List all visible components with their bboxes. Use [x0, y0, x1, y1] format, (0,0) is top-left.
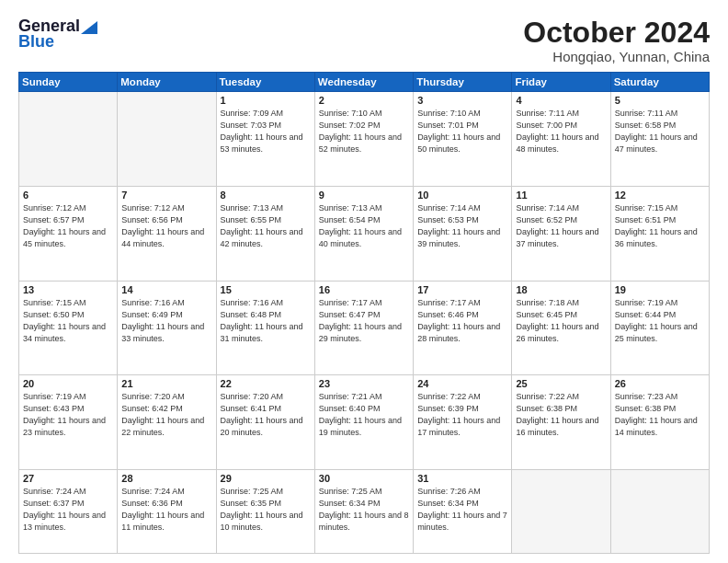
day-number: 22 — [221, 378, 311, 389]
calendar-cell: 24Sunrise: 7:22 AMSunset: 6:39 PMDayligh… — [414, 375, 512, 470]
day-number: 4 — [516, 95, 606, 106]
calendar-cell: 15Sunrise: 7:16 AMSunset: 6:48 PMDayligh… — [216, 281, 314, 375]
day-number: 6 — [23, 190, 113, 201]
header: General Blue October 2024 Hongqiao, Yunn… — [18, 17, 710, 64]
calendar-cell: 25Sunrise: 7:22 AMSunset: 6:38 PMDayligh… — [512, 375, 610, 470]
day-info: Sunrise: 7:17 AMSunset: 6:47 PMDaylight:… — [319, 297, 409, 345]
day-info: Sunrise: 7:13 AMSunset: 6:54 PMDaylight:… — [319, 202, 409, 250]
calendar-cell: 31Sunrise: 7:26 AMSunset: 6:34 PMDayligh… — [414, 469, 512, 553]
day-info: Sunrise: 7:14 AMSunset: 6:53 PMDaylight:… — [417, 202, 507, 250]
calendar-cell — [19, 92, 118, 187]
calendar-cell: 17Sunrise: 7:17 AMSunset: 6:46 PMDayligh… — [414, 281, 512, 375]
calendar-cell: 3Sunrise: 7:10 AMSunset: 7:01 PMDaylight… — [414, 92, 512, 187]
day-info: Sunrise: 7:16 AMSunset: 6:49 PMDaylight:… — [121, 297, 211, 345]
calendar-cell: 29Sunrise: 7:25 AMSunset: 6:35 PMDayligh… — [216, 469, 314, 553]
month-title: October 2024 — [523, 17, 710, 49]
calendar-cell — [512, 469, 610, 553]
day-info: Sunrise: 7:22 AMSunset: 6:38 PMDaylight:… — [516, 391, 606, 439]
day-number: 13 — [23, 284, 113, 295]
calendar-cell: 30Sunrise: 7:25 AMSunset: 6:34 PMDayligh… — [314, 469, 413, 553]
day-number: 14 — [121, 284, 211, 295]
day-info: Sunrise: 7:23 AMSunset: 6:38 PMDaylight:… — [615, 391, 705, 439]
calendar-cell — [118, 92, 216, 187]
day-number: 12 — [615, 190, 705, 201]
day-info: Sunrise: 7:15 AMSunset: 6:50 PMDaylight:… — [23, 297, 113, 345]
day-number: 7 — [121, 190, 211, 201]
day-info: Sunrise: 7:11 AMSunset: 7:00 PMDaylight:… — [516, 108, 606, 155]
day-number: 2 — [319, 95, 409, 106]
logo-icon — [81, 17, 97, 34]
calendar-cell: 14Sunrise: 7:16 AMSunset: 6:49 PMDayligh… — [118, 281, 216, 375]
week-row-3: 13Sunrise: 7:15 AMSunset: 6:50 PMDayligh… — [19, 281, 710, 375]
calendar-cell — [610, 469, 709, 553]
calendar-table: SundayMondayTuesdayWednesdayThursdayFrid… — [18, 72, 710, 554]
day-number: 3 — [417, 95, 507, 106]
day-info: Sunrise: 7:15 AMSunset: 6:51 PMDaylight:… — [615, 202, 705, 250]
day-number: 17 — [417, 284, 507, 295]
logo-blue: Blue — [18, 32, 54, 52]
day-info: Sunrise: 7:14 AMSunset: 6:52 PMDaylight:… — [516, 202, 606, 250]
calendar-cell: 28Sunrise: 7:24 AMSunset: 6:36 PMDayligh… — [118, 469, 216, 553]
day-info: Sunrise: 7:09 AMSunset: 7:03 PMDaylight:… — [221, 108, 311, 155]
calendar-cell: 2Sunrise: 7:10 AMSunset: 7:02 PMDaylight… — [314, 92, 413, 187]
day-number: 20 — [23, 378, 113, 389]
day-number: 19 — [615, 284, 705, 295]
calendar-cell: 22Sunrise: 7:20 AMSunset: 6:41 PMDayligh… — [216, 375, 314, 470]
calendar-cell: 21Sunrise: 7:20 AMSunset: 6:42 PMDayligh… — [118, 375, 216, 470]
day-number: 5 — [615, 95, 705, 106]
week-row-1: 1Sunrise: 7:09 AMSunset: 7:03 PMDaylight… — [19, 92, 710, 187]
day-info: Sunrise: 7:20 AMSunset: 6:41 PMDaylight:… — [221, 391, 311, 439]
weekday-wednesday: Wednesday — [314, 73, 413, 92]
day-info: Sunrise: 7:25 AMSunset: 6:35 PMDaylight:… — [221, 486, 311, 534]
page: General Blue October 2024 Hongqiao, Yunn… — [0, 0, 728, 563]
calendar-cell: 16Sunrise: 7:17 AMSunset: 6:47 PMDayligh… — [314, 281, 413, 375]
calendar-cell: 13Sunrise: 7:15 AMSunset: 6:50 PMDayligh… — [19, 281, 118, 375]
calendar-cell: 4Sunrise: 7:11 AMSunset: 7:00 PMDaylight… — [512, 92, 610, 187]
day-info: Sunrise: 7:18 AMSunset: 6:45 PMDaylight:… — [516, 297, 606, 345]
day-info: Sunrise: 7:12 AMSunset: 6:56 PMDaylight:… — [121, 202, 211, 250]
day-number: 10 — [417, 190, 507, 201]
day-number: 23 — [319, 378, 409, 389]
day-info: Sunrise: 7:24 AMSunset: 6:36 PMDaylight:… — [121, 486, 211, 534]
day-info: Sunrise: 7:24 AMSunset: 6:37 PMDaylight:… — [23, 486, 113, 534]
weekday-friday: Friday — [512, 73, 610, 92]
day-number: 21 — [121, 378, 211, 389]
day-info: Sunrise: 7:20 AMSunset: 6:42 PMDaylight:… — [121, 391, 211, 439]
day-info: Sunrise: 7:26 AMSunset: 6:34 PMDaylight:… — [417, 486, 507, 534]
day-number: 18 — [516, 284, 606, 295]
day-info: Sunrise: 7:16 AMSunset: 6:48 PMDaylight:… — [221, 297, 311, 345]
calendar-cell: 23Sunrise: 7:21 AMSunset: 6:40 PMDayligh… — [314, 375, 413, 470]
day-number: 9 — [319, 190, 409, 201]
calendar-body: 1Sunrise: 7:09 AMSunset: 7:03 PMDaylight… — [19, 92, 710, 554]
calendar-cell: 26Sunrise: 7:23 AMSunset: 6:38 PMDayligh… — [610, 375, 709, 470]
calendar-cell: 6Sunrise: 7:12 AMSunset: 6:57 PMDaylight… — [19, 186, 118, 281]
day-number: 29 — [221, 473, 311, 484]
logo: General Blue — [18, 17, 97, 52]
day-info: Sunrise: 7:13 AMSunset: 6:55 PMDaylight:… — [221, 202, 311, 250]
calendar-cell: 27Sunrise: 7:24 AMSunset: 6:37 PMDayligh… — [19, 469, 118, 553]
weekday-saturday: Saturday — [610, 73, 709, 92]
day-number: 31 — [417, 473, 507, 484]
day-info: Sunrise: 7:21 AMSunset: 6:40 PMDaylight:… — [319, 391, 409, 439]
day-info: Sunrise: 7:10 AMSunset: 7:02 PMDaylight:… — [319, 108, 409, 155]
calendar-cell: 5Sunrise: 7:11 AMSunset: 6:58 PMDaylight… — [610, 92, 709, 187]
day-number: 26 — [615, 378, 705, 389]
day-info: Sunrise: 7:10 AMSunset: 7:01 PMDaylight:… — [417, 108, 507, 155]
calendar-cell: 8Sunrise: 7:13 AMSunset: 6:55 PMDaylight… — [216, 186, 314, 281]
day-number: 24 — [417, 378, 507, 389]
calendar-cell: 19Sunrise: 7:19 AMSunset: 6:44 PMDayligh… — [610, 281, 709, 375]
calendar-cell: 12Sunrise: 7:15 AMSunset: 6:51 PMDayligh… — [610, 186, 709, 281]
week-row-4: 20Sunrise: 7:19 AMSunset: 6:43 PMDayligh… — [19, 375, 710, 470]
day-number: 28 — [121, 473, 211, 484]
day-number: 30 — [319, 473, 409, 484]
title-block: October 2024 Hongqiao, Yunnan, China — [523, 17, 710, 64]
day-info: Sunrise: 7:19 AMSunset: 6:44 PMDaylight:… — [615, 297, 705, 345]
day-info: Sunrise: 7:22 AMSunset: 6:39 PMDaylight:… — [417, 391, 507, 439]
week-row-5: 27Sunrise: 7:24 AMSunset: 6:37 PMDayligh… — [19, 469, 710, 553]
day-info: Sunrise: 7:17 AMSunset: 6:46 PMDaylight:… — [417, 297, 507, 345]
day-info: Sunrise: 7:11 AMSunset: 6:58 PMDaylight:… — [615, 108, 705, 155]
day-info: Sunrise: 7:12 AMSunset: 6:57 PMDaylight:… — [23, 202, 113, 250]
calendar-cell: 10Sunrise: 7:14 AMSunset: 6:53 PMDayligh… — [414, 186, 512, 281]
calendar-cell: 1Sunrise: 7:09 AMSunset: 7:03 PMDaylight… — [216, 92, 314, 187]
day-number: 1 — [221, 95, 311, 106]
